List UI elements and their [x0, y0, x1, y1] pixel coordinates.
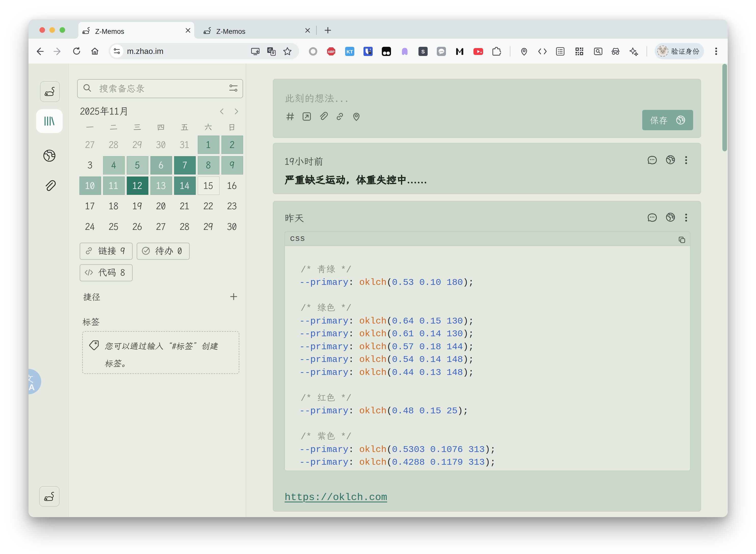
svg-text:ABP: ABP [328, 50, 335, 54]
svg-text:LINE: LINE [439, 50, 443, 53]
svg-text:S: S [421, 49, 424, 54]
svg-text:KT: KT [346, 49, 353, 54]
